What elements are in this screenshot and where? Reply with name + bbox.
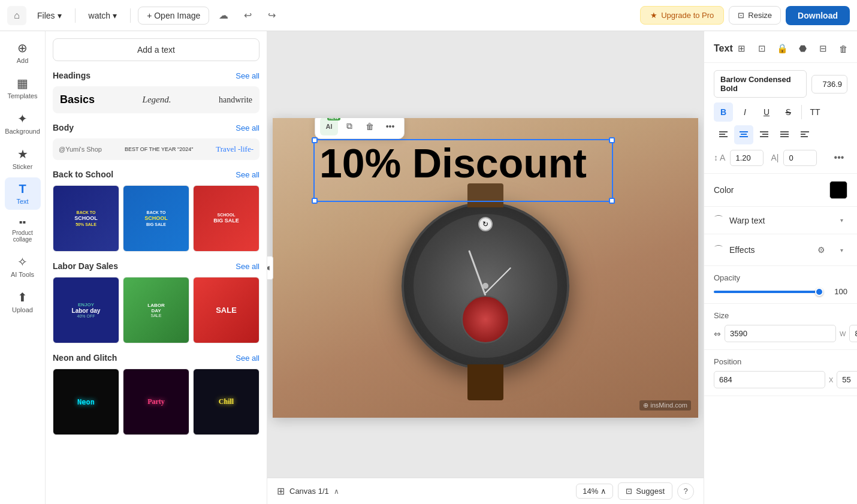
home-icon[interactable]: ⌂ xyxy=(7,6,26,25)
line-spacing-input[interactable] xyxy=(730,150,764,166)
template-item[interactable]: ENJOYLabor day40% OFF xyxy=(53,277,119,343)
letter-spacing-input[interactable] xyxy=(783,150,817,166)
resize-handle-br[interactable] xyxy=(609,198,615,204)
template-item[interactable]: LABORDAYSALE xyxy=(123,277,189,343)
more-options-button[interactable]: ••• xyxy=(381,118,399,135)
font-size-input[interactable] xyxy=(811,75,847,93)
headings-see-all[interactable]: See all xyxy=(236,71,259,80)
ai-tools-icon: ✧ xyxy=(17,255,28,269)
opacity-row: Opacity 100 xyxy=(704,266,857,304)
align-center-button[interactable] xyxy=(734,125,753,144)
underline-button[interactable]: U xyxy=(757,102,776,122)
back-to-school-see-all[interactable]: See all xyxy=(236,170,259,179)
project-name-button[interactable]: watch ▾ xyxy=(83,8,123,23)
effects-icon: ⌒ xyxy=(714,244,723,256)
effects-settings-button[interactable]: ⚙ xyxy=(813,242,829,258)
template-item[interactable]: Party xyxy=(123,369,189,435)
zoom-control[interactable]: 14% ∧ xyxy=(576,484,613,499)
sidebar-item-product-collage[interactable]: ▪▪ Product collage xyxy=(5,212,41,248)
template-item[interactable]: Chill xyxy=(193,369,259,435)
delete-button[interactable]: 🗑 xyxy=(361,118,379,135)
sidebar-item-background[interactable]: ✦ Background xyxy=(5,107,41,140)
align-justify-icon xyxy=(780,131,789,138)
canvas-chevron[interactable]: ∧ xyxy=(334,487,339,496)
heading-samples[interactable]: Basics Legend. handwrite xyxy=(53,86,259,113)
ai-edit-button[interactable]: AI NEW xyxy=(320,118,338,135)
lock-btn[interactable]: 🔒 xyxy=(774,40,792,58)
opacity-slider[interactable] xyxy=(714,291,823,293)
sidebar-item-text[interactable]: T Text xyxy=(5,177,41,210)
duplicate-btn[interactable]: ⊟ xyxy=(814,40,832,58)
canvas-image[interactable]: ⊕ insMind.com ↻ AI NEW ⧉ xyxy=(273,118,698,418)
align-right-button[interactable] xyxy=(755,125,774,144)
width-label: W xyxy=(840,330,846,337)
sidebar-item-templates[interactable]: ▦ Templates xyxy=(5,71,41,104)
template-item[interactable]: BACK TOSCHOOL50% SALE xyxy=(53,185,119,252)
effects-expand-button[interactable]: ▾ xyxy=(835,244,847,256)
copy-button[interactable]: ⧉ xyxy=(340,118,358,135)
sidebar-item-ai-tools[interactable]: ✧ AI Tools xyxy=(5,250,41,283)
upgrade-button[interactable]: ★ Upgrade to Pro xyxy=(640,6,724,25)
undo-button[interactable]: ↩ xyxy=(238,6,257,25)
warp-label: Warp text xyxy=(729,216,829,225)
x-position-input[interactable] xyxy=(714,371,825,388)
resize-handle-bl[interactable] xyxy=(312,198,318,204)
canvas-label: Canvas 1/1 xyxy=(289,487,329,496)
copy-icon: ⧉ xyxy=(346,121,352,131)
warp-text-row[interactable]: ⌒ Warp text ▾ xyxy=(704,207,857,234)
resize-handle-tr[interactable] xyxy=(609,137,615,143)
warp-icon: ⌒ xyxy=(714,214,723,227)
align-more-button[interactable] xyxy=(795,125,814,144)
template-item[interactable]: Neon xyxy=(53,369,119,435)
resize-handle-tl[interactable] xyxy=(312,137,318,143)
text-layer[interactable]: AI NEW ⧉ 🗑 ••• 10% xyxy=(313,139,613,202)
effects-row[interactable]: ⌒ Effects ⚙ ▾ xyxy=(704,234,857,266)
link-btn[interactable]: ⬣ xyxy=(794,40,812,58)
labor-day-see-all[interactable]: See all xyxy=(236,262,259,271)
layers-icon[interactable]: ⊞ xyxy=(277,485,285,497)
body-see-all[interactable]: See all xyxy=(236,123,259,132)
bold-button[interactable]: B xyxy=(714,102,733,122)
format-divider xyxy=(801,105,802,119)
redo-button[interactable]: ↪ xyxy=(262,6,281,25)
width-input[interactable] xyxy=(725,325,836,342)
height-input[interactable] xyxy=(849,325,857,342)
arrange-btn[interactable]: ⊡ xyxy=(753,40,771,58)
resize-button[interactable]: ⊡ Resize xyxy=(729,6,781,25)
template-item[interactable]: SCHOOLBIG SALE xyxy=(193,185,259,252)
align-justify-button[interactable] xyxy=(775,125,794,144)
rotate-handle[interactable]: ↻ xyxy=(478,217,493,231)
spacing-more-button[interactable]: ••• xyxy=(831,149,847,166)
download-button[interactable]: Download xyxy=(786,6,850,25)
warp-expand-button[interactable]: ▾ xyxy=(835,215,847,227)
size-inputs: ⇔ W H xyxy=(714,325,847,342)
italic-button[interactable]: I xyxy=(735,102,755,122)
layers-btn[interactable]: ⊞ xyxy=(733,40,751,58)
canvas-text-content[interactable]: 10% Discount xyxy=(315,140,612,186)
help-button[interactable]: ? xyxy=(677,483,694,500)
align-left-button[interactable] xyxy=(714,125,733,144)
y-position-input[interactable] xyxy=(837,371,857,388)
strikethrough-button[interactable]: S̶ xyxy=(778,102,798,122)
opacity-slider-thumb[interactable] xyxy=(815,288,823,296)
text-transform-button[interactable]: TT xyxy=(805,102,825,122)
panel-collapse[interactable]: ◀ xyxy=(267,256,273,280)
neon-glitch-see-all[interactable]: See all xyxy=(236,354,259,363)
suggest-button[interactable]: ⊡ Suggest xyxy=(618,482,672,500)
delete-element-btn[interactable]: 🗑 xyxy=(835,40,853,58)
files-menu-button[interactable]: Files ▾ xyxy=(31,8,68,23)
canvas-bottom-bar: ⊞ Canvas 1/1 ∧ 14% ∧ ⊡ Suggest ? xyxy=(267,478,704,504)
templates-icon: ▦ xyxy=(17,76,28,90)
font-family-button[interactable]: Barlow Condensed Bold xyxy=(714,70,807,98)
color-swatch[interactable] xyxy=(829,181,847,199)
neon-glitch-header: Neon and Glitch See all xyxy=(53,353,259,363)
sidebar-item-sticker[interactable]: ★ Sticker xyxy=(5,142,41,175)
autosave-icon[interactable]: ☁ xyxy=(214,6,233,25)
sidebar-item-add[interactable]: ⊕ Add xyxy=(5,36,41,69)
template-item[interactable]: BACK TOSCHOOLBIG SALE xyxy=(123,185,189,252)
template-item[interactable]: SALE xyxy=(193,277,259,343)
body-samples[interactable]: @Yumi's Shop BEST OF THE YEAR "2024" Tra… xyxy=(53,138,259,160)
sidebar-item-upload[interactable]: ⬆ Upload xyxy=(5,285,41,318)
open-image-button[interactable]: + Open Image xyxy=(138,7,209,25)
add-text-button[interactable]: Add a text xyxy=(53,38,259,61)
